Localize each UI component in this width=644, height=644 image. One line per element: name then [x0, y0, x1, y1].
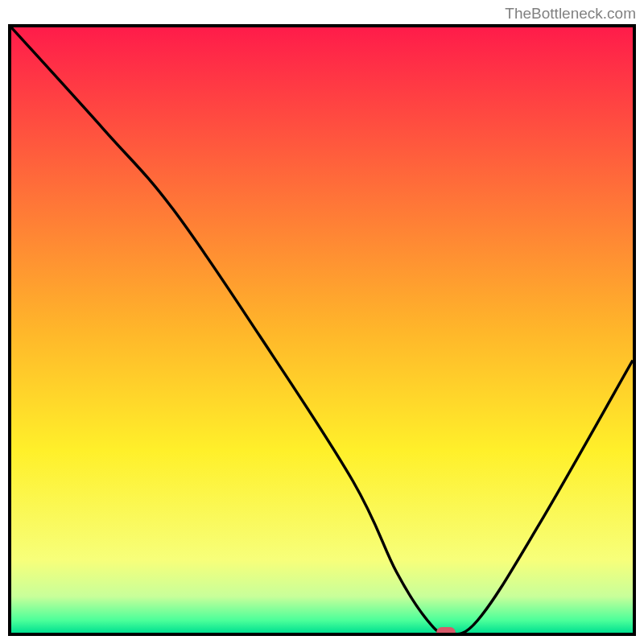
watermark-label: TheBottleneck.com — [505, 5, 636, 23]
optimal-point-marker — [436, 627, 456, 636]
bottleneck-curve — [11, 27, 633, 633]
chart-area — [8, 24, 636, 636]
